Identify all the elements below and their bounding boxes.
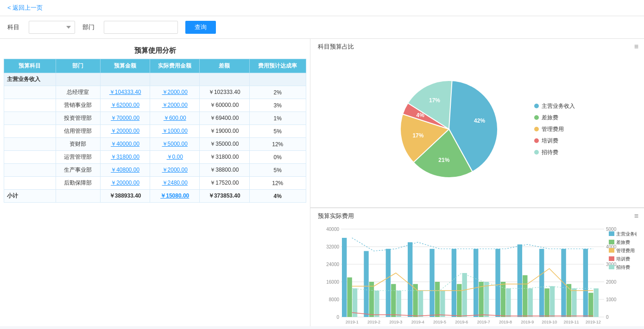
col-rate: 费用预计达成率 [249, 59, 306, 73]
legend-item: 主营业务收入 [534, 102, 575, 110]
table-section: 预算使用分析 预算科目 部门 预算金额 实际费用金额 差额 费用预计达成率 主营… [0, 39, 310, 203]
pie-title: 科目预算占比 [318, 43, 637, 51]
dept-input[interactable] [104, 21, 178, 34]
bar-title: 预算实际费用 [318, 212, 637, 220]
svg-text:21%: 21% [438, 157, 449, 163]
pie-menu-icon[interactable]: ≡ [634, 43, 638, 51]
pie-svg: 42%21%17%4%17% [379, 62, 523, 196]
table-row: 后勤保障部 ￥20000.00 ￥2480.00 ￥17520.00 12% [4, 177, 306, 190]
query-button[interactable]: 查询 [185, 21, 216, 34]
legend-item: 管理费用 [534, 125, 575, 133]
chart-wrapper [318, 222, 637, 326]
table-row: 投资管理部 ￥70000.00 ￥600.00 ￥69400.00 1% [4, 112, 306, 125]
back-link[interactable]: 返回上一页 [7, 4, 43, 11]
col-dept: 部门 [56, 59, 100, 73]
subject-select[interactable] [29, 21, 75, 34]
left-panel: 预算使用分析 预算科目 部门 预算金额 实际费用金额 差额 费用预计达成率 主营… [0, 39, 310, 326]
bar-section: 预算实际费用 ≡ [310, 208, 644, 326]
legend-item: 招待费 [534, 149, 575, 156]
legend-item: 差旅费 [534, 114, 575, 122]
col-budget: 预算金额 [100, 59, 150, 73]
table-title: 预算使用分析 [4, 43, 306, 59]
subtotal-row: 小计 ￥388933.40 ￥15080.00 ￥373853.40 4% [4, 190, 306, 203]
pie-section: 科目预算占比 ≡ 42%21%17%4%17% 主营业务收入差旅费管理费用培训费… [310, 39, 644, 208]
table-row: 总经理室 ￥104333.40 ￥2000.00 ￥102333.40 2% [4, 86, 306, 99]
dept-label: 部门 [82, 23, 95, 31]
table-row: 信用管理部 ￥20000.00 ￥1000.00 ￥19000.00 5% [4, 125, 306, 138]
right-panel: 科目预算占比 ≡ 42%21%17%4%17% 主营业务收入差旅费管理费用培训费… [310, 39, 644, 326]
category-row: 主营业务收入 [4, 73, 306, 86]
subject-label: 科目 [7, 23, 19, 31]
col-diff: 差额 [200, 59, 250, 73]
table-row: 资财部 ￥40000.00 ￥5000.00 ￥35000.00 12% [4, 138, 306, 151]
legend-item: 培训费 [534, 137, 575, 145]
main-content: 预算使用分析 预算科目 部门 预算金额 实际费用金额 差额 费用预计达成率 主营… [0, 39, 644, 326]
table-row: 营销事业部 ￥62000.00 ￥2000.00 ￥60000.00 3% [4, 99, 306, 112]
table-row: 生产事业部 ￥40800.00 ￥2000.00 ￥38800.00 5% [4, 164, 306, 177]
filter-bar: 科目 部门 查询 [0, 16, 644, 39]
budget-table: 预算科目 部门 预算金额 实际费用金额 差额 费用预计达成率 主营业务收入 总经… [4, 59, 306, 203]
svg-text:17%: 17% [429, 97, 440, 104]
svg-text:17%: 17% [412, 132, 423, 139]
top-bar: 返回上一页 [0, 0, 644, 16]
table-row: 运营管理部 ￥31800.00 ￥0.00 ￥31800.00 0% [4, 151, 306, 164]
col-subject: 预算科目 [4, 59, 56, 73]
pie-container: 42%21%17%4%17% 主营业务收入差旅费管理费用培训费招待费 [318, 55, 637, 204]
bar-menu-icon[interactable]: ≡ [634, 212, 638, 220]
svg-text:42%: 42% [474, 118, 485, 124]
pie-legend: 主营业务收入差旅费管理费用培训费招待费 [534, 102, 575, 156]
col-actual: 实际费用金额 [150, 59, 200, 73]
